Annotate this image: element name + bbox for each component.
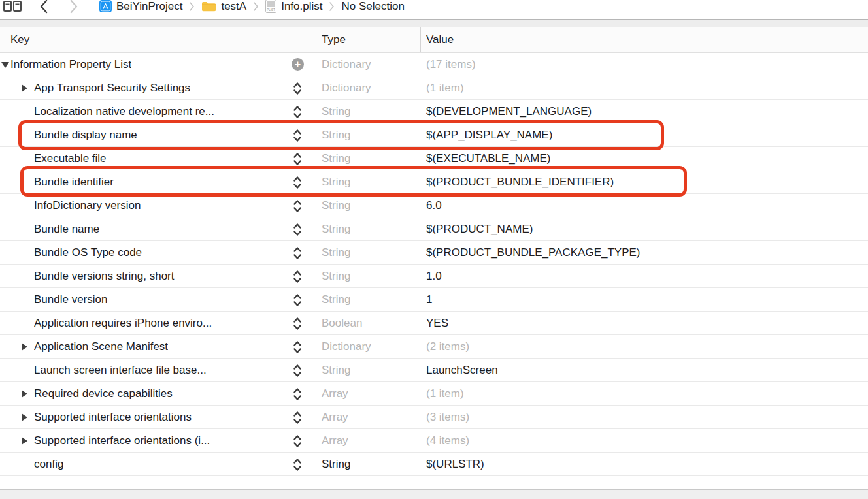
key-cell[interactable]: Supported interface orientations bbox=[34, 406, 192, 428]
type-stepper[interactable] bbox=[292, 410, 303, 425]
type-cell[interactable]: String bbox=[322, 100, 350, 123]
table-row[interactable]: Bundle versions string, shortString1.0 bbox=[0, 265, 868, 288]
add-row-button[interactable]: + bbox=[292, 58, 304, 71]
table-row[interactable]: Required device capabilitiesArray(1 item… bbox=[0, 382, 868, 406]
table-row[interactable]: Bundle nameString$(PRODUCT_NAME) bbox=[0, 217, 868, 241]
column-header-key[interactable]: Key bbox=[10, 27, 29, 52]
key-cell[interactable]: Information Property List bbox=[10, 53, 131, 76]
table-row[interactable]: Supported interface orientations (i...Ar… bbox=[0, 429, 868, 453]
key-cell[interactable]: Supported interface orientations (i... bbox=[34, 429, 210, 452]
related-items-icon[interactable] bbox=[3, 0, 22, 13]
table-row[interactable]: Executable fileString$(EXECUTABLE_NAME) bbox=[0, 147, 868, 170]
type-stepper[interactable] bbox=[292, 151, 303, 167]
breadcrumb-group[interactable]: testA bbox=[201, 0, 246, 13]
value-cell[interactable]: $(PRODUCT_BUNDLE_PACKAGE_TYPE) bbox=[426, 241, 641, 264]
type-stepper[interactable] bbox=[292, 198, 303, 214]
type-stepper[interactable] bbox=[292, 386, 303, 402]
table-row[interactable]: Localization native development re...Str… bbox=[0, 100, 868, 123]
type-cell[interactable]: String bbox=[322, 217, 350, 240]
table-row[interactable]: Information Property List+Dictionary(17 … bbox=[0, 53, 868, 76]
type-stepper[interactable] bbox=[292, 268, 303, 284]
type-cell[interactable]: String bbox=[322, 170, 350, 193]
table-row[interactable]: Bundle OS Type codeString$(PRODUCT_BUNDL… bbox=[0, 241, 868, 265]
value-cell[interactable]: $(DEVELOPMENT_LANGUAGE) bbox=[426, 100, 592, 123]
forward-button[interactable] bbox=[69, 0, 78, 14]
value-cell[interactable]: $(PRODUCT_BUNDLE_IDENTIFIER) bbox=[426, 170, 614, 193]
column-divider[interactable] bbox=[420, 27, 421, 52]
type-stepper[interactable] bbox=[292, 174, 303, 190]
table-row[interactable]: App Transport Security SettingsDictionar… bbox=[0, 76, 868, 100]
value-cell[interactable]: LaunchScreen bbox=[426, 359, 498, 381]
type-cell[interactable]: String bbox=[322, 241, 350, 264]
key-cell[interactable]: Launch screen interface file base... bbox=[34, 359, 207, 381]
disclosure-collapsed-icon[interactable] bbox=[22, 437, 27, 445]
value-cell[interactable]: $(URLSTR) bbox=[426, 453, 484, 475]
key-cell[interactable]: Executable file bbox=[34, 147, 107, 170]
value-cell[interactable]: YES bbox=[426, 312, 448, 334]
type-cell[interactable]: Dictionary bbox=[322, 76, 371, 99]
table-row[interactable]: Bundle display nameString$(APP_DISPLAY_N… bbox=[0, 123, 868, 147]
table-row[interactable]: Launch screen interface file base...Stri… bbox=[0, 359, 868, 382]
value-cell[interactable]: 6.0 bbox=[426, 194, 442, 217]
breadcrumb-selection[interactable]: No Selection bbox=[341, 0, 404, 13]
type-stepper[interactable] bbox=[292, 292, 303, 308]
key-cell[interactable]: Bundle OS Type code bbox=[34, 241, 142, 264]
type-cell[interactable]: Boolean bbox=[322, 312, 362, 334]
column-header-type[interactable]: Type bbox=[322, 27, 346, 52]
type-stepper[interactable] bbox=[292, 221, 303, 237]
value-cell[interactable]: $(PRODUCT_NAME) bbox=[426, 217, 533, 240]
type-cell[interactable]: String bbox=[322, 147, 350, 170]
value-cell[interactable]: 1 bbox=[426, 288, 432, 311]
type-cell[interactable]: String bbox=[322, 265, 350, 287]
type-cell[interactable]: Array bbox=[322, 382, 348, 405]
value-cell[interactable]: (2 items) bbox=[426, 335, 469, 358]
key-cell[interactable]: InfoDictionary version bbox=[34, 194, 141, 217]
value-cell[interactable]: (17 items) bbox=[426, 53, 476, 76]
type-cell[interactable]: String bbox=[322, 123, 350, 146]
key-cell[interactable]: Bundle version bbox=[34, 288, 107, 311]
table-row[interactable]: InfoDictionary versionString6.0 bbox=[0, 194, 868, 217]
disclosure-collapsed-icon[interactable] bbox=[22, 390, 27, 398]
table-row[interactable]: Application Scene ManifestDictionary(2 i… bbox=[0, 335, 868, 359]
type-cell[interactable]: String bbox=[322, 194, 350, 217]
type-stepper[interactable] bbox=[292, 104, 303, 120]
type-cell[interactable]: Dictionary bbox=[322, 53, 371, 76]
type-stepper[interactable] bbox=[292, 339, 303, 355]
key-cell[interactable]: config bbox=[34, 453, 63, 475]
table-row[interactable]: Supported interface orientationsArray(3 … bbox=[0, 406, 868, 429]
table-row[interactable]: Bundle identifierString$(PRODUCT_BUNDLE_… bbox=[0, 170, 868, 194]
key-cell[interactable]: Bundle identifier bbox=[34, 170, 114, 193]
value-cell[interactable]: $(EXECUTABLE_NAME) bbox=[426, 147, 551, 170]
column-header-value[interactable]: Value bbox=[426, 27, 454, 52]
type-stepper[interactable] bbox=[292, 315, 303, 331]
key-cell[interactable]: Bundle display name bbox=[34, 123, 137, 146]
disclosure-collapsed-icon[interactable] bbox=[22, 84, 27, 92]
type-cell[interactable]: String bbox=[322, 453, 350, 475]
disclosure-collapsed-icon[interactable] bbox=[22, 343, 27, 351]
value-cell[interactable]: (4 items) bbox=[426, 429, 469, 452]
key-cell[interactable]: App Transport Security Settings bbox=[34, 76, 190, 99]
type-stepper[interactable] bbox=[292, 457, 303, 472]
type-stepper[interactable] bbox=[292, 433, 303, 449]
column-divider[interactable] bbox=[314, 27, 314, 52]
key-cell[interactable]: Application Scene Manifest bbox=[34, 335, 168, 358]
value-cell[interactable]: (1 item) bbox=[426, 76, 464, 99]
value-cell[interactable]: $(APP_DISPLAY_NAME) bbox=[426, 123, 552, 146]
table-row[interactable]: Bundle versionString1 bbox=[0, 288, 868, 312]
breadcrumb-project[interactable]: BeiYinProject bbox=[99, 0, 182, 13]
key-cell[interactable]: Bundle versions string, short bbox=[34, 265, 175, 287]
type-stepper[interactable] bbox=[292, 80, 303, 96]
type-cell[interactable]: Array bbox=[322, 406, 348, 428]
type-cell[interactable]: Array bbox=[322, 429, 348, 452]
type-cell[interactable]: String bbox=[322, 288, 350, 311]
disclosure-expanded-icon[interactable] bbox=[1, 62, 9, 68]
table-row[interactable]: configString$(URLSTR) bbox=[0, 453, 868, 476]
value-cell[interactable]: (1 item) bbox=[426, 382, 464, 405]
type-stepper[interactable] bbox=[292, 127, 303, 143]
key-cell[interactable]: Localization native development re... bbox=[34, 100, 214, 123]
key-cell[interactable]: Bundle name bbox=[34, 217, 99, 240]
type-cell[interactable]: String bbox=[322, 359, 350, 381]
type-stepper[interactable] bbox=[292, 362, 303, 378]
type-cell[interactable]: Dictionary bbox=[322, 335, 371, 358]
type-stepper[interactable] bbox=[292, 245, 303, 261]
